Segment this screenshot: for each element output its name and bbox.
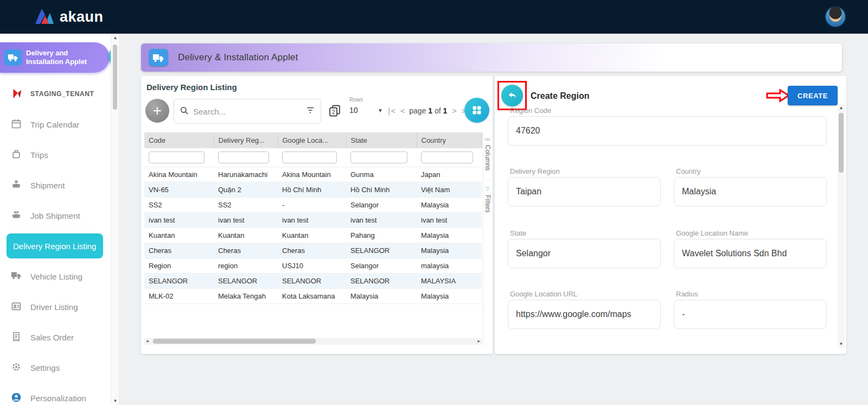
- table-cell: Hồ Chí Minh: [278, 182, 346, 198]
- sidebar-scrollbar[interactable]: ▲ ▼: [111, 34, 119, 405]
- svg-text:2: 2: [332, 109, 335, 115]
- column-header-country[interactable]: Country: [417, 132, 482, 148]
- search-input[interactable]: [193, 107, 301, 116]
- gear-icon: [11, 362, 23, 374]
- table-cell: Malaysia: [417, 228, 482, 243]
- radius-label: Radius: [676, 290, 698, 298]
- table-row[interactable]: Akina MountainHarunakamachiAkina Mountai…: [144, 167, 482, 182]
- sidebar-item-personalization[interactable]: Personalization: [0, 385, 111, 405]
- table-row[interactable]: RegionregionUSJ10Selangormalaysia: [144, 258, 482, 274]
- country-field[interactable]: Malaysia: [674, 177, 827, 206]
- back-button[interactable]: [501, 85, 523, 106]
- sidebar-item-job-shipment[interactable]: Job Shipment: [0, 203, 111, 228]
- scroll-left-icon[interactable]: ◂: [146, 338, 149, 344]
- sidebar-item-trips[interactable]: Trips: [0, 142, 111, 167]
- column-filter-input-code[interactable]: [149, 151, 205, 163]
- google-location-url-field[interactable]: https://www.google.com/maps: [508, 300, 661, 329]
- filter-lines-icon[interactable]: [305, 105, 315, 117]
- sidebar-item-settings[interactable]: Settings: [0, 355, 111, 380]
- prev-page-button[interactable]: <: [400, 106, 405, 115]
- table-row[interactable]: SS2SS2-SelangorMalaysia: [144, 198, 482, 213]
- scroll-up-icon[interactable]: ▲: [111, 35, 119, 40]
- brand-logo-icon: [35, 7, 54, 27]
- google-location-name-label: Google Location Name: [676, 229, 748, 237]
- table-cell: SELANGOR: [144, 274, 214, 289]
- sidebar-item-vehicle-listing[interactable]: Vehicle Listing: [0, 264, 111, 289]
- sidebar-item-sales-order[interactable]: Sales Order: [0, 325, 111, 350]
- table-cell: Cheras: [144, 243, 214, 258]
- sidebar-item-delivery-region-listing[interactable]: Delivery Region Listing: [7, 233, 103, 258]
- table-cell: SS2: [144, 198, 214, 213]
- scroll-right-icon[interactable]: ▸: [477, 338, 480, 344]
- table-cell: Akina Mountain: [144, 167, 214, 182]
- table-cell: Malaysia: [417, 243, 482, 258]
- table-cell: ivan test: [144, 213, 214, 228]
- column-filter-input-delivery-region[interactable]: [218, 151, 269, 163]
- table-cell: SELANGOR: [346, 243, 417, 258]
- table-cell: Malaysia: [417, 289, 482, 304]
- sidebar-item-driver-listing[interactable]: Driver Listing: [0, 294, 111, 319]
- scrollbar-thumb[interactable]: [153, 339, 316, 344]
- table-cell: MLK-02: [144, 289, 214, 304]
- table-horizontal-scrollbar[interactable]: ◂ ▸: [144, 338, 482, 345]
- truck-icon: [149, 49, 168, 66]
- column-header-delivery-region[interactable]: Delivery Reg...: [214, 132, 278, 148]
- radius-field[interactable]: -: [674, 300, 827, 329]
- table-cell: ivan test: [278, 213, 346, 228]
- table-cell: ivan test: [346, 213, 417, 228]
- scrollbar-thumb[interactable]: [113, 45, 117, 110]
- rows-per-page-select[interactable]: Rows 10 ▼: [349, 97, 383, 115]
- table-row[interactable]: ivan testivan testivan testivan testivan…: [144, 213, 482, 228]
- create-panel-scrollbar[interactable]: ▲ ▼: [838, 104, 845, 347]
- user-avatar[interactable]: [825, 6, 846, 28]
- table-cell: SELANGOR: [214, 274, 278, 289]
- columns-tab[interactable]: ⣿ Columns: [483, 132, 492, 176]
- table-row[interactable]: MLK-02Melaka TengahKota LaksamanaMalaysi…: [144, 289, 482, 304]
- delivery-region-field[interactable]: Taipan: [508, 177, 661, 206]
- create-button[interactable]: CREATE: [788, 86, 838, 105]
- region-code-field[interactable]: 47620: [508, 116, 827, 145]
- column-filter-input-state[interactable]: [350, 151, 407, 163]
- add-region-button[interactable]: +: [145, 99, 169, 123]
- table-side-tabs: ⣿ Columns ▽ Filters: [483, 132, 493, 345]
- column-filter-input-country[interactable]: [421, 151, 473, 163]
- scroll-down-icon[interactable]: ▼: [111, 398, 119, 403]
- table-cell: region: [214, 258, 278, 274]
- table-cell: Harunakamachi: [214, 167, 278, 182]
- sidebar-item-tenant[interactable]: STAGING_TENANT: [0, 81, 111, 106]
- next-page-button[interactable]: >: [451, 106, 456, 115]
- table-row[interactable]: SELANGORSELANGORSELANGORSELANGORMALAYSIA: [144, 274, 482, 289]
- table-cell: Việt Nam: [417, 182, 482, 198]
- filters-tab[interactable]: ▽ Filters: [483, 180, 492, 218]
- banner-title: Delivery & Installation Applet: [178, 52, 298, 63]
- table-row[interactable]: CherasCherasCherasSELANGORMalaysia: [144, 243, 482, 258]
- column-header-state[interactable]: State: [346, 132, 417, 148]
- tenant-logo-icon: [11, 88, 23, 100]
- pagination: |< < page 1 of 1 > >|: [386, 106, 470, 115]
- duplicate-pages-icon[interactable]: 2: [328, 104, 342, 118]
- state-field[interactable]: Selangor: [508, 239, 661, 268]
- sidebar-item-trip-calendar[interactable]: Trip Calendar: [0, 112, 111, 137]
- grid-view-button[interactable]: [464, 98, 489, 123]
- table-cell: Malaysia: [346, 289, 417, 304]
- table-cell: Kuantan: [214, 228, 278, 243]
- table-cell: Gunma: [346, 167, 417, 182]
- column-filter-input-google-location[interactable]: [282, 151, 337, 163]
- google-location-name-field[interactable]: Wavelet Solutions Sdn Bhd: [674, 239, 827, 268]
- table-row[interactable]: VN-65Quận 2Hồ Chí MinhHồ Chí MinhViệt Na…: [144, 182, 482, 198]
- table-cell: Region: [144, 258, 214, 274]
- scroll-down-icon[interactable]: ▼: [838, 341, 845, 346]
- chevron-down-icon: ▼: [378, 107, 383, 113]
- scroll-up-icon[interactable]: ▲: [838, 105, 845, 110]
- scrollbar-thumb[interactable]: [839, 113, 844, 173]
- applet-header[interactable]: Delivery and Installation Applet: [0, 42, 110, 73]
- sidebar-item-shipment[interactable]: Shipment: [0, 173, 111, 198]
- column-header-code[interactable]: Code: [144, 132, 214, 148]
- brand: akaun: [35, 7, 104, 27]
- region-table: Code Delivery Reg... Google Loca... Stat…: [144, 132, 482, 304]
- table-row[interactable]: KuantanKuantanKuantanPahangMalaysia: [144, 228, 482, 243]
- table-cell: Cheras: [214, 243, 278, 258]
- first-page-button[interactable]: |<: [386, 106, 395, 115]
- column-header-google-location[interactable]: Google Loca...: [278, 132, 346, 148]
- delivery-region-listing-panel: Delivery Region Listing + 2: [141, 76, 493, 354]
